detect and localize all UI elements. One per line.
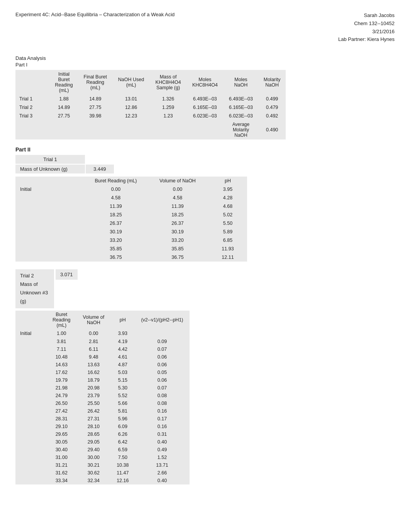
table-row: Trial 3 27.75 39.98 12.23 1.23 6.023E--0…: [15, 112, 286, 120]
table-row: 33.34 32.34 12.16 0.40: [15, 477, 190, 484]
table-row: 28.31 27.31 5.96 0.17: [15, 415, 190, 423]
average-row: AverageMolarityNaOH 0.490: [15, 120, 286, 139]
title-text: Experiment 4C: Acid--Base Equilibria – C…: [15, 12, 175, 17]
table-row: 17.62 16.62 5.03 0.05: [15, 369, 190, 376]
table-row: Initial 0.00 0.00 3.95: [15, 185, 247, 194]
course-number: Chem 132--10452: [338, 20, 395, 28]
table-row: 31.00 30.00 7.50 1.52: [15, 454, 190, 461]
table-row: Trial 2 14.89 27.75 12.86 1.259 6.165E--…: [15, 103, 286, 112]
trial2-label: Trial 2: [20, 272, 49, 280]
table-row: 27.42 26.42 5.81 0.16: [15, 407, 190, 415]
table-row: 36.75 36.75 12.11: [15, 253, 247, 262]
table-row: 4.58 4.58 4.28: [15, 194, 247, 202]
trial2-labels: Trial 2 Mass of Unknown #3 (g): [15, 269, 54, 308]
trial1-section: Trial 1 Mass of Unknown (g) 3.449 Buret …: [15, 155, 395, 262]
table-row: 19.79 18.79 5.15 0.06: [15, 376, 190, 384]
experiment-title: Experiment 4C: Acid--Base Equilibria – C…: [15, 12, 175, 44]
part1-label: Part I: [15, 62, 395, 68]
table-row: 29.65 28.65 6.26 0.31: [15, 430, 190, 438]
trial2-mass-value: 3.071: [56, 269, 78, 280]
table-row: Trial 1 1.88 14.89 13.01 1.326 6.493E--0…: [15, 95, 286, 103]
trial2-data-table: BuretReading(mL) Volume ofNaOH pH (v2--v…: [15, 311, 190, 484]
table-row: 21.98 20.98 5.30 0.07: [15, 384, 190, 392]
table-row: 3.81 2.81 4.19 0.09: [15, 338, 190, 345]
table-row: 7.11 6.11 4.42 0.07: [15, 345, 190, 353]
date: 3/21/2016: [338, 28, 395, 36]
trial2-section: Trial 2 Mass of Unknown #3 (g) 3.071 Bur…: [15, 269, 395, 484]
table-row: 35.85 35.85 11.93: [15, 245, 247, 253]
page-header: Experiment 4C: Acid--Base Equilibria – C…: [15, 12, 395, 44]
table-row: 26.50 25.50 5.66 0.08: [15, 399, 190, 407]
table-row: 24.79 23.79 5.52 0.08: [15, 392, 190, 399]
trial2-mass-label2: Unknown #3: [20, 289, 49, 297]
student-name: Sarah Jacobs: [338, 12, 395, 20]
table-row: 11.39 11.39 4.68: [15, 202, 247, 211]
lab-partner: Lab Partner: Kiera Hynes: [338, 36, 395, 44]
table-row: 29.10 28.10 6.09 0.16: [15, 423, 190, 430]
trial2-mass-label1: Mass of: [20, 280, 49, 289]
trial1-mass-label: Mass of Unknown (g): [15, 165, 85, 173]
data-analysis-section: Data Analysis Part I: [15, 55, 395, 68]
part2-label: Part II: [15, 146, 395, 153]
table-row: 31.21 30.21 10.38 13.71: [15, 461, 190, 469]
table-row: 18.25 18.25 5.02: [15, 211, 247, 219]
table-row: 33.20 33.20 6.85: [15, 236, 247, 245]
data-analysis-label: Data Analysis: [15, 55, 395, 61]
table-row: 10.48 9.48 4.61 0.06: [15, 353, 190, 361]
student-info: Sarah Jacobs Chem 132--10452 3/21/2016 L…: [338, 12, 395, 44]
table-row: Initial 1.00 0.00 3.93: [15, 329, 190, 338]
part1-table: InitialBuretReading(mL) Final BuretReadi…: [15, 70, 286, 139]
table-row: 30.19 30.19 5.89: [15, 228, 247, 236]
table-row: 31.62 30.62 11.47 2.66: [15, 469, 190, 477]
trial1-label: Trial 1: [15, 155, 85, 164]
table-row: 14.63 13.63 4.87 0.06: [15, 361, 190, 369]
trial2-mass-value-text: 3.071: [60, 272, 73, 277]
trial2-mass-label3: (g): [20, 297, 49, 306]
trial1-mass-value: 3.449: [86, 165, 114, 173]
table-row: 30.40 29.40 6.59 0.49: [15, 446, 190, 454]
table-row: 26.37 26.37 5.50: [15, 219, 247, 228]
table-row: 30.05 29.05 6.42 0.40: [15, 438, 190, 446]
trial1-data-table: Buret Reading (mL) Volume of NaOH pH Ini…: [15, 177, 247, 262]
